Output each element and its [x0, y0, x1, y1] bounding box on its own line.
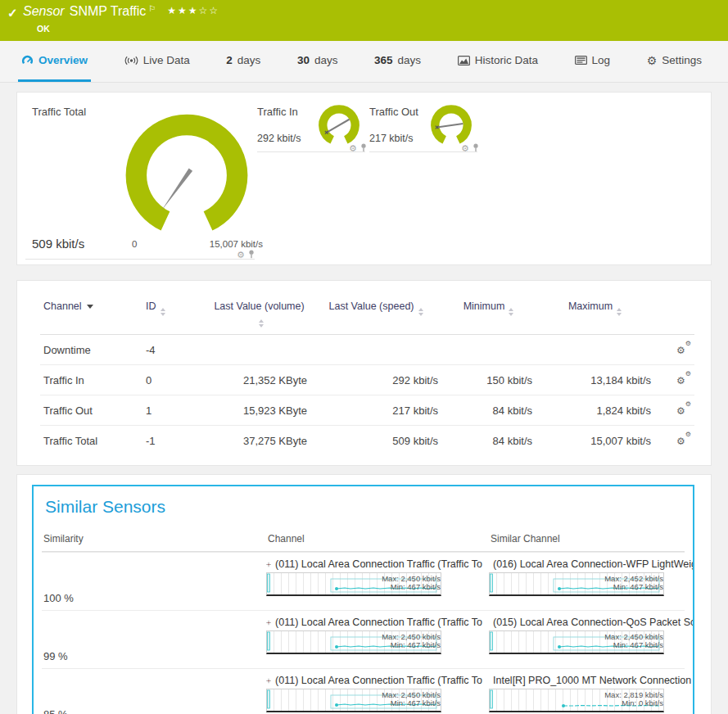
channel-settings-icon[interactable]: ⚙⚙	[676, 373, 691, 385]
channel-volume	[208, 335, 310, 365]
tab-2-days[interactable]: 2 days	[223, 41, 264, 82]
tab-log-label: Log	[592, 54, 611, 66]
tab-30-days[interactable]: 30 days	[294, 41, 341, 82]
gauge-settings-icon[interactable]: ⚙	[237, 251, 245, 259]
channel-min: 84 kbit/s	[441, 426, 536, 456]
graph-min-label: Min: 467 kbit/s	[538, 641, 663, 649]
col-header-last-value-speed[interactable]: Last Value (speed)	[310, 292, 441, 335]
channel-volume: 21,352 KByte	[208, 365, 310, 395]
channel-link[interactable]: (011) Local Area Connection Traffic (Tra…	[266, 675, 482, 686]
channel-name: Downtime	[40, 335, 142, 365]
table-row-traffic-total: Traffic Total -1 37,275 KByte 509 kbit/s…	[40, 426, 694, 456]
page-title: SNMP Traffic	[70, 4, 147, 18]
col-header-channel[interactable]: Channel	[40, 292, 142, 335]
main-gauge-axis-min: 0	[132, 239, 137, 249]
channel-volume: 37,275 KByte	[208, 426, 310, 456]
mini-graph: Max: 2,452 kbit/s Min: 467 kbit/s	[489, 572, 664, 596]
main-gauge-value: 509 kbit/s	[32, 237, 84, 251]
channel-speed: 292 kbit/s	[310, 365, 441, 395]
log-icon	[575, 56, 587, 65]
channel-name: Traffic Out	[40, 395, 142, 426]
channel-link[interactable]: (011) Local Area Connection Traffic (Tra…	[266, 617, 482, 628]
mini-graph: Max: 2,450 kbit/s Min: 467 kbit/s	[489, 630, 664, 654]
gauge-settings-icon[interactable]: ⚙	[461, 144, 469, 152]
channel-max: 13,184 kbit/s	[536, 365, 654, 395]
graph-min-label: Min: 467 kbit/s	[315, 641, 441, 649]
similar-sensors-title: Similar Sensors	[45, 497, 685, 517]
channel-max	[536, 335, 654, 365]
tab-log[interactable]: Log	[572, 41, 614, 82]
graph-min-label: Min: 467 kbit/s	[315, 583, 441, 591]
similar-channel-cell: (015) Local Area Connection-QoS Packet S…	[489, 611, 694, 668]
pin-icon[interactable]	[247, 250, 255, 259]
gauge-settings-icon[interactable]: ⚙	[349, 144, 357, 152]
mini-graph: Max: 2,450 kbit/s Min: 467 kbit/s	[266, 689, 441, 712]
channel-cell: (011) Local Area Connection Traffic (Tra…	[266, 669, 489, 714]
mini-graph: Max: 2,450 kbit/s Min: 467 kbit/s	[266, 630, 441, 654]
tab-live-data[interactable]: Live Data	[121, 41, 193, 82]
col-header-last-value-volume[interactable]: Last Value (volume)	[208, 292, 310, 335]
channels-panel: Channel ID Last Value (volume) Last Valu…	[16, 280, 712, 466]
status-badge: OK	[37, 24, 50, 34]
tab-overview[interactable]: Overview	[18, 41, 91, 82]
traffic-in-label: Traffic In	[257, 106, 298, 118]
graph-min-label: Min: 467 kbit/s	[538, 583, 663, 591]
channel-settings-icon[interactable]: ⚙⚙	[676, 403, 691, 415]
traffic-out-value: 217 kbit/s	[369, 133, 414, 144]
sort-icon	[259, 319, 264, 328]
channels-table: Channel ID Last Value (volume) Last Valu…	[40, 292, 694, 455]
similar-row: 85 % (011) Local Area Connection Traffic…	[42, 668, 685, 714]
tab-365-days-number: 365	[374, 54, 393, 66]
table-row-traffic-out: Traffic Out 1 15,923 KByte 217 kbit/s 84…	[40, 395, 694, 426]
priority-flag-icon[interactable]: ⚐	[148, 4, 156, 13]
channel-id: 1	[142, 395, 208, 426]
tab-historic-data[interactable]: Historic Data	[454, 41, 541, 82]
tab-365-days[interactable]: 365 days	[371, 41, 424, 82]
divider	[257, 151, 365, 152]
channel-speed: 509 kbit/s	[310, 426, 441, 456]
gauges-panel: Traffic Total 509 kbit/s 0 15,007 kbit/s…	[16, 92, 712, 265]
sensor-title-line: SensorSNMP Traffic⚐★★★☆☆	[23, 4, 219, 19]
similar-channel-cell: (016) Local Area Connection-WFP LightWei…	[489, 553, 694, 610]
table-row-downtime: Downtime -4 ⚙⚙	[40, 335, 694, 365]
similar-channel-link[interactable]: (016) Local Area Connection-WFP LightWei…	[489, 558, 694, 570]
main-gauge-label: Traffic Total	[32, 106, 86, 118]
tab-365-days-label: days	[398, 54, 422, 66]
crosshair-icon	[266, 618, 271, 627]
traffic-out-label: Traffic Out	[369, 106, 418, 118]
main-gauge-actions[interactable]: ⚙	[237, 250, 255, 259]
priority-stars[interactable]: ★★★☆☆	[167, 5, 219, 16]
table-row-traffic-in: Traffic In 0 21,352 KByte 292 kbit/s 150…	[40, 365, 694, 395]
tab-30-days-number: 30	[297, 54, 310, 66]
main-gauge-axis-max: 15,007 kbit/s	[181, 239, 263, 249]
tab-30-days-label: days	[314, 54, 338, 66]
similar-sensors-header: Similarity Channel Similar Channel	[42, 533, 685, 552]
tab-settings-label: Settings	[662, 54, 702, 66]
col-header-id[interactable]: ID	[142, 292, 208, 335]
ok-check-icon: ✓	[7, 6, 18, 20]
channel-settings-icon[interactable]: ⚙⚙	[676, 342, 691, 355]
traffic-out-gauge	[427, 102, 475, 149]
channel-settings-icon[interactable]: ⚙⚙	[676, 433, 691, 445]
col-header-minimum[interactable]: Minimum	[441, 292, 536, 335]
tab-overview-label: Overview	[38, 54, 88, 66]
channel-id: 0	[142, 365, 208, 395]
channel-name: Traffic In	[40, 365, 142, 395]
tab-2-days-label: days	[237, 54, 261, 66]
similar-channel-link[interactable]: Intel[R] PRO_1000 MT Network Connection …	[489, 675, 694, 686]
channel-id: -1	[142, 426, 208, 456]
channel-link[interactable]: (011) Local Area Connection Traffic (Tra…	[266, 558, 482, 570]
channel-name: Traffic Total	[40, 426, 142, 456]
channel-min: 84 kbit/s	[441, 395, 536, 426]
settings-gear-icon: ⚙	[647, 54, 658, 67]
tab-bar: Overview Live Data 2 days 30 days 365 da…	[0, 41, 728, 83]
chart-icon	[458, 56, 470, 66]
sort-icon	[161, 308, 165, 316]
divider	[369, 151, 477, 152]
tab-settings[interactable]: ⚙ Settings	[644, 41, 705, 82]
mini-graph: Max: 2,450 kbit/s Min: 467 kbit/s	[266, 572, 441, 596]
col-header-maximum[interactable]: Maximum	[536, 292, 654, 335]
similar-sensors-panel: Similar Sensors Similarity Channel Simil…	[16, 474, 712, 714]
channel-min: 150 kbit/s	[441, 365, 536, 395]
similar-channel-link[interactable]: (015) Local Area Connection-QoS Packet S…	[489, 617, 694, 628]
